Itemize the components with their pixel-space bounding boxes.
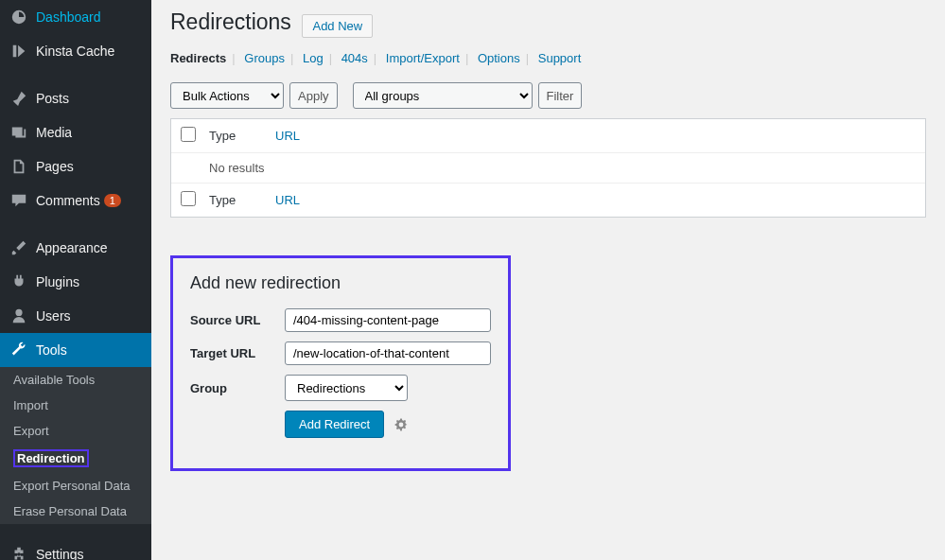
tab-log[interactable]: Log [303,51,324,65]
users-icon [9,306,28,325]
col-type-footer: Type [209,193,275,207]
add-redirect-button[interactable]: Add Redirect [285,411,384,438]
main-content: Redirections Add New Redirects| Groups| … [151,0,945,560]
col-url-footer[interactable]: URL [275,193,300,207]
tab-404s[interactable]: 404s [341,51,368,65]
group-label: Group [190,381,285,395]
col-type: Type [209,129,275,143]
sidebar-item-pages[interactable]: Pages [0,149,151,184]
sidebar-label: Settings [36,547,84,560]
target-url-input[interactable] [285,341,491,365]
kinsta-icon [9,42,28,61]
dashboard-icon [9,8,28,26]
sidebar-label: Kinsta Cache [36,44,114,59]
source-url-label: Source URL [190,313,285,327]
sidebar-item-posts[interactable]: Posts [0,81,151,115]
form-heading: Add new redirection [190,273,491,293]
comments-badge: 1 [104,194,121,207]
table-controls: Bulk Actions Apply All groups Filter [170,82,926,109]
sub-redirection[interactable]: Redirection [0,444,151,473]
target-url-label: Target URL [190,346,285,360]
sidebar-item-appearance[interactable]: Appearance [0,231,151,265]
sidebar-item-kinsta[interactable]: Kinsta Cache [0,34,151,68]
apply-button[interactable]: Apply [289,82,338,109]
bulk-actions-select[interactable]: Bulk Actions [170,82,284,109]
pages-icon [9,157,28,176]
tab-options[interactable]: Options [478,51,520,65]
sidebar-label: Dashboard [36,9,101,25]
settings-icon [9,545,28,560]
redirects-table: Type URL No results Type URL [170,118,926,218]
sidebar-item-plugins[interactable]: Plugins [0,265,151,299]
tab-support[interactable]: Support [538,51,582,65]
media-icon [9,123,28,142]
sidebar-item-settings[interactable]: Settings [0,537,151,560]
gear-icon[interactable] [394,417,409,432]
sidebar-label: Users [36,308,71,324]
tools-submenu: Available Tools Import Export Redirectio… [0,367,151,524]
sub-erase-personal[interactable]: Erase Personal Data [0,499,151,524]
pin-icon [9,89,28,108]
select-all-footer-checkbox[interactable] [181,191,196,206]
select-all-checkbox[interactable] [181,127,196,142]
tab-groups[interactable]: Groups [244,51,285,65]
brush-icon [9,238,28,257]
sub-import[interactable]: Import [0,393,151,418]
source-url-input[interactable] [285,308,491,332]
sidebar-label: Appearance [36,240,108,255]
add-redirection-form: Add new redirection Source URL Target UR… [170,255,511,471]
sidebar-label: Tools [36,342,67,358]
tab-redirects[interactable]: Redirects [170,51,226,65]
sidebar-item-comments[interactable]: Comments 1 [0,184,151,218]
no-results-row: No results [171,153,925,184]
table-header: Type URL [171,119,925,153]
sub-export-personal[interactable]: Export Personal Data [0,473,151,499]
sub-tabs: Redirects| Groups| Log| 404s| Import/Exp… [170,51,926,65]
add-new-button[interactable]: Add New [302,14,373,38]
sub-available-tools[interactable]: Available Tools [0,367,151,393]
col-url[interactable]: URL [275,129,300,143]
group-select[interactable]: Redirections [285,375,408,401]
sidebar-item-tools[interactable]: Tools [0,333,151,367]
sidebar-label: Posts [36,91,69,106]
group-filter-select[interactable]: All groups [353,82,533,109]
sidebar-label: Comments [36,193,100,208]
sidebar-label: Media [36,125,72,140]
tab-import-export[interactable]: Import/Export [386,51,460,65]
sidebar-item-media[interactable]: Media [0,115,151,149]
page-title: Redirections [170,9,291,35]
table-footer: Type URL [171,184,925,217]
wrench-icon [9,341,28,359]
sidebar-item-users[interactable]: Users [0,299,151,333]
sidebar-label: Pages [36,159,74,174]
sidebar-label: Plugins [36,274,79,289]
plug-icon [9,272,28,291]
admin-sidebar: Dashboard Kinsta Cache Posts Media Pages… [0,0,151,560]
sub-export[interactable]: Export [0,418,151,444]
filter-button[interactable]: Filter [538,82,583,109]
sidebar-item-dashboard[interactable]: Dashboard [0,0,151,34]
comments-icon [9,191,28,210]
